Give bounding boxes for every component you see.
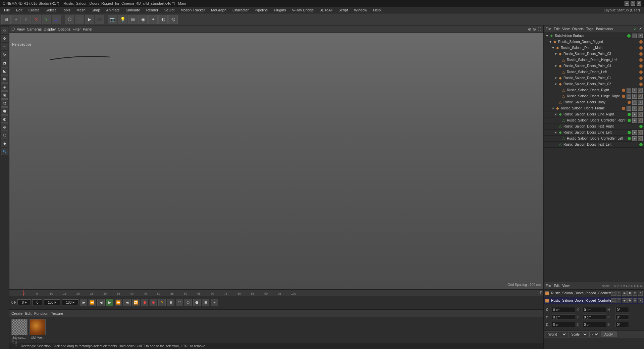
menu-pipeline[interactable]: Pipeline bbox=[252, 7, 270, 13]
toolbar-null-btn[interactable]: ✦ bbox=[148, 15, 158, 24]
coord-pos-z[interactable] bbox=[552, 322, 575, 327]
obj-rigged[interactable]: ▼ ◆ Rustic_Saloon_Doors_Rigged bbox=[544, 39, 644, 45]
sidebar-tool12-btn[interactable]: ◐ bbox=[1, 115, 8, 123]
sidebar-tool5-btn[interactable]: ⬔ bbox=[1, 59, 8, 66]
coord-rot-y[interactable] bbox=[583, 314, 606, 320]
dot-frame[interactable] bbox=[622, 107, 625, 110]
obj-subdivision[interactable]: ▼ ◈ Subdivision Surface ⬚ ✗ bbox=[544, 33, 644, 39]
menu-sculpt[interactable]: Sculpt bbox=[162, 7, 177, 13]
dot-point04[interactable] bbox=[639, 64, 643, 68]
toolbar-render-to-btn[interactable]: ⬛ bbox=[95, 15, 104, 24]
mat-menu-function[interactable]: Function bbox=[34, 311, 48, 315]
objects-tab-file[interactable]: File bbox=[546, 27, 551, 31]
coord-extra-select[interactable]: + bbox=[589, 332, 599, 337]
sidebar-tool13-btn[interactable]: ⊙ bbox=[1, 123, 8, 131]
menu-simulate[interactable]: Simulate bbox=[123, 7, 143, 13]
prev-frame-button[interactable]: ⏪ bbox=[89, 299, 96, 306]
mat-icon5-geometry[interactable]: ⊞ bbox=[633, 291, 637, 296]
coord-rot-x[interactable] bbox=[583, 307, 606, 312]
dot-text-left[interactable] bbox=[639, 143, 643, 146]
obj-main[interactable]: ▼ ◆ Rustic_Saloon_Doors_Main bbox=[544, 45, 644, 51]
menu-select[interactable]: Select bbox=[43, 7, 59, 13]
expand-point02[interactable]: ▼ bbox=[554, 82, 558, 86]
coord-mode-select[interactable]: Scale Move Rotate bbox=[569, 332, 588, 337]
sidebar-tool8-btn[interactable]: ◈ bbox=[1, 83, 8, 91]
close-button[interactable]: ✕ bbox=[637, 1, 641, 6]
menu-tools[interactable]: Tools bbox=[59, 7, 73, 13]
coord-space-select[interactable]: World Object Camera bbox=[546, 332, 567, 337]
viewport-menu-options[interactable]: Options bbox=[58, 27, 70, 31]
path-button[interactable]: ⬡ bbox=[184, 299, 192, 306]
go-start-button[interactable]: ⏮ bbox=[80, 299, 87, 306]
dot-point03[interactable] bbox=[639, 52, 643, 56]
motion-button[interactable]: ⊕ bbox=[167, 299, 174, 306]
obj-body[interactable]: ▶ △ Rustic_Saloon_Doors_Body ⬚ ✗ bbox=[544, 99, 644, 105]
toolbar-mode-btn[interactable]: ⊞ bbox=[1, 15, 11, 24]
sidebar-select-btn[interactable]: ⬡ bbox=[1, 27, 8, 34]
coord-pos-y[interactable] bbox=[552, 314, 575, 320]
viewport-menu-display[interactable]: Display bbox=[44, 27, 56, 31]
coord-pos-x[interactable] bbox=[552, 307, 575, 312]
dot-ctrl-right[interactable] bbox=[628, 119, 631, 122]
obj-ctrl-left[interactable]: ▶ △ Rustic_Saloon_Doors_Controller_Left … bbox=[544, 136, 644, 142]
expand-point01[interactable]: ▼ bbox=[554, 76, 558, 80]
expand-point03[interactable]: ▼ bbox=[554, 52, 558, 56]
dot-hinge-right[interactable] bbox=[622, 95, 625, 98]
viewport-3d[interactable]: X Y Z Perspective Grid Spacing : 100 cm bbox=[9, 33, 543, 289]
dot-text-right[interactable] bbox=[639, 125, 643, 128]
menu-plugins[interactable]: Plugins bbox=[271, 7, 288, 13]
loop-button[interactable]: 🔁 bbox=[132, 299, 140, 306]
obj-door-left[interactable]: ▶ △ Rustic_Saloon_Doors_Left bbox=[544, 69, 644, 75]
toolbar-x-btn[interactable]: ✕ bbox=[32, 15, 41, 24]
expand-button[interactable]: ≡ bbox=[211, 299, 218, 306]
toolbar-field-btn[interactable]: ◎ bbox=[168, 15, 178, 24]
mat-icon4-controllers[interactable]: ⬟ bbox=[627, 298, 632, 303]
expand-subdivision[interactable]: ▼ bbox=[545, 34, 549, 38]
toolbar-deform-btn[interactable]: ◐ bbox=[158, 15, 168, 24]
obj-ctrl-right[interactable]: ▶ △ Rustic_Saloon_Doors_Controller_Right… bbox=[544, 117, 644, 123]
sidebar-scale-btn[interactable]: ⇔ bbox=[1, 43, 8, 50]
coord-rot-z[interactable] bbox=[583, 322, 606, 327]
menu-motion-tracker[interactable]: Motion Tracker bbox=[178, 7, 208, 13]
apply-button[interactable]: Apply bbox=[601, 332, 616, 337]
next-frame-button[interactable]: ⏩ bbox=[115, 299, 122, 306]
menu-3dtoall[interactable]: 3DToAll bbox=[317, 7, 335, 13]
mat-icon3-controllers[interactable]: ◉ bbox=[622, 298, 627, 303]
toolbar-circle-btn[interactable]: ○ bbox=[21, 15, 31, 24]
sidebar-rotate-btn[interactable]: ↻ bbox=[1, 51, 8, 58]
obj-door-right[interactable]: ▶ △ Rustic_Saloon_Doors_Right ⬚ ✗ ⬡ bbox=[544, 87, 644, 93]
sidebar-tool11-btn[interactable]: ⬟ bbox=[1, 107, 8, 115]
toolbar-render-btn[interactable]: ▶ bbox=[85, 15, 94, 24]
obj-hinge-right[interactable]: ▶ △ Rustic_Saloon_Doors_Hinge_Right ⬚ ✗ … bbox=[544, 93, 644, 99]
objects-tab-edit[interactable]: Edit bbox=[554, 27, 559, 31]
mat-icon6-geometry[interactable]: ✗ bbox=[638, 291, 643, 296]
obj-frame[interactable]: ▼ ◆ Rustic_Saloon_Doors_Frame ⬚ ✗ ⬡ bbox=[544, 105, 644, 111]
mat-menu-edit[interactable]: Edit bbox=[25, 311, 32, 315]
menu-edit[interactable]: Edit bbox=[13, 7, 25, 13]
sidebar-tool9-btn[interactable]: ◉ bbox=[1, 91, 8, 99]
minimize-button[interactable]: ─ bbox=[625, 1, 629, 6]
dot-line-right[interactable] bbox=[628, 113, 631, 116]
expand-line-left[interactable]: ▼ bbox=[554, 131, 558, 135]
mat-menu-create[interactable]: Create bbox=[11, 311, 22, 315]
extra-button[interactable]: ⊞ bbox=[202, 299, 209, 306]
viewport-menu-filter[interactable]: Filter bbox=[72, 27, 80, 31]
obj-line-right[interactable]: ▼ ◆ Rustic_Saloon_Doors_Line_Right ◉ ⬡ bbox=[544, 111, 644, 117]
record-button[interactable]: ⏺ bbox=[141, 299, 148, 306]
coord-b-val[interactable] bbox=[615, 322, 629, 327]
mat-icon1-geometry[interactable]: ⬚ bbox=[611, 291, 616, 296]
obj-point01[interactable]: ▼ ◆ Rustic_Saloon_Doors_Point_01 bbox=[544, 75, 644, 81]
toolbar-render-region-btn[interactable]: ⬚ bbox=[75, 15, 84, 24]
menu-animate[interactable]: Animate bbox=[104, 7, 122, 13]
viewport-menu-panel[interactable]: Panel bbox=[83, 27, 92, 31]
menu-vray[interactable]: V-Ray Bridge bbox=[289, 7, 317, 13]
question-button[interactable]: ? bbox=[158, 299, 166, 306]
dot-main[interactable] bbox=[639, 46, 643, 50]
sidebar-tool14-btn[interactable]: ⬡ bbox=[1, 132, 8, 139]
menu-file[interactable]: File bbox=[1, 7, 13, 13]
material-item-wood[interactable]: Old_Wo... bbox=[30, 319, 46, 339]
expand-rigged[interactable]: ▼ bbox=[548, 40, 552, 44]
mat-icon2-controllers[interactable]: ⬡ bbox=[616, 298, 621, 303]
obj-line-left[interactable]: ▼ ◆ Rustic_Saloon_Doors_Line_Left ◉ ⬡ bbox=[544, 130, 644, 136]
mat-icon1-controllers[interactable]: ⬚ bbox=[611, 298, 616, 303]
